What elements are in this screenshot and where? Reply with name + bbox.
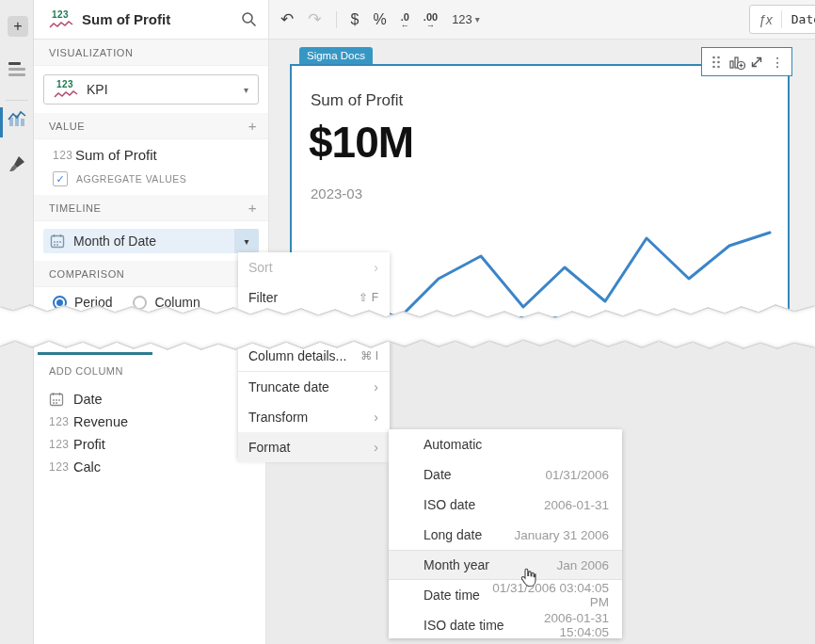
data-columns-panel — [34, 334, 266, 644]
format-option-month-year[interactable]: Month year Jan 2006 — [389, 550, 622, 580]
column-list: Date 123 Revenue 123 Profit 123 Calc — [49, 388, 128, 478]
menu-item-column-details[interactable]: Column details... ⌘ I — [238, 341, 390, 371]
format-option-date[interactable]: Date 01/31/2006 — [389, 459, 622, 490]
chevron-right-icon: › — [374, 440, 378, 455]
active-tab-indicator — [38, 352, 152, 355]
chevron-right-icon: › — [374, 379, 378, 394]
bottom-screenshot-fragment: ADD COLUMN Date 123 Revenue 123 Profit — [0, 0, 815, 644]
calendar-icon — [49, 392, 64, 407]
menu-item-truncate-date[interactable]: Truncate date › — [238, 372, 390, 402]
number-type-icon: 123 — [49, 460, 70, 474]
left-rail-bottom — [0, 334, 34, 644]
app-window: + 123 — [0, 0, 815, 644]
column-item-date[interactable]: Date — [49, 388, 128, 411]
add-column-header: ADD COLUMN — [49, 365, 123, 377]
format-option-iso-date[interactable]: ISO date 2006-01-31 — [389, 490, 622, 520]
menu-item-transform[interactable]: Transform › — [238, 402, 390, 432]
number-type-icon: 123 — [49, 415, 70, 428]
format-submenu: Automatic Date 01/31/2006 ISO date 2006-… — [389, 429, 622, 638]
shortcut-label: ⌘ I — [360, 349, 378, 362]
column-item-calc[interactable]: 123 Calc — [49, 456, 128, 478]
column-item-profit[interactable]: 123 Profit — [49, 433, 128, 456]
chevron-right-icon: › — [374, 410, 378, 425]
format-option-date-time[interactable]: Date time 01/31/2006 03:04:05 PM — [389, 580, 622, 610]
menu-item-format[interactable]: Format › — [238, 432, 390, 462]
format-option-iso-date-time[interactable]: ISO date time 2006-01-31 15:04:05 — [389, 610, 622, 640]
format-option-long-date[interactable]: Long date January 31 2006 — [389, 520, 622, 550]
format-option-automatic[interactable]: Automatic — [389, 429, 622, 459]
column-item-revenue[interactable]: 123 Revenue — [49, 411, 128, 433]
number-type-icon: 123 — [49, 438, 70, 451]
column-context-menu-bottom: Column details... ⌘ I Truncate date › Tr… — [238, 337, 390, 459]
